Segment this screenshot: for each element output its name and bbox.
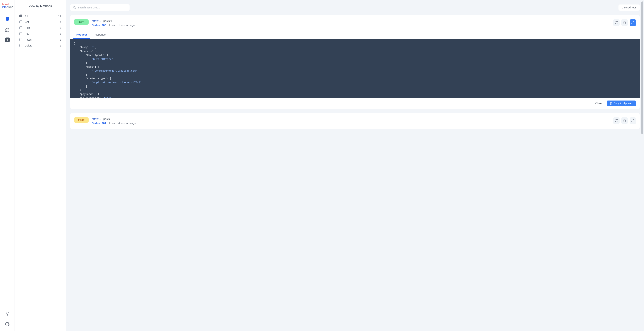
log-card-header: POSThttp://.../postsStatus: 201Local4 se… [70, 113, 640, 129]
filter-label: Put [24, 32, 29, 35]
filter-item-delete[interactable]: Delete2 [18, 42, 62, 48]
request-body-code: { "body": "", "headers": { "User-Agent":… [70, 39, 640, 98]
filter-count: 3 [60, 32, 61, 35]
age-text: 1 second ago [118, 23, 134, 26]
filter-item-post[interactable]: Post3 [18, 25, 62, 31]
tab-request[interactable]: Request [73, 31, 90, 39]
nav-add-icon[interactable] [5, 37, 10, 42]
base-url-link[interactable]: http://... [92, 117, 101, 120]
svg-point-2 [73, 6, 75, 8]
logs-container: GEThttp://.../posts/1Status: 200Local1 s… [66, 15, 644, 133]
icon-rail: laravel blanket [0, 0, 15, 331]
checkbox-icon [20, 44, 22, 47]
sidebar-title: View by Methods [18, 4, 62, 8]
filter-label: Post [24, 26, 30, 29]
method-badge: POST [74, 117, 88, 123]
github-icon[interactable] [4, 321, 11, 328]
origin-text: Local [109, 121, 116, 125]
search-box[interactable] [70, 4, 130, 11]
topbar: Clear All logs [66, 0, 644, 15]
svg-point-1 [7, 313, 8, 315]
log-card: POSThttp://.../postsStatus: 201Local4 se… [70, 113, 640, 129]
logo: laravel blanket [2, 3, 13, 9]
filter-count: 14 [58, 14, 61, 17]
base-url-link[interactable]: http://... [92, 19, 101, 22]
tab-response[interactable]: Response [90, 31, 109, 38]
filter-label: Get [24, 20, 29, 23]
method-filter-list: All14Get4Post3Put3Patch2Delete2 [18, 13, 62, 48]
filter-item-get[interactable]: Get4 [18, 19, 62, 25]
nav-database-icon[interactable] [4, 15, 11, 22]
expand-button[interactable] [630, 19, 636, 26]
checkbox-icon [20, 14, 22, 17]
url-path: /posts/1 [102, 19, 112, 22]
search-icon [73, 6, 76, 9]
retry-button[interactable] [613, 19, 620, 26]
checkbox-icon [20, 26, 22, 29]
scrollbar-thumb[interactable] [641, 1, 643, 134]
filter-label: Patch [24, 38, 32, 41]
close-button[interactable]: Close [592, 100, 604, 106]
log-card-header: GEThttp://.../posts/1Status: 200Local1 s… [70, 15, 640, 31]
method-badge: GET [74, 19, 88, 24]
filter-count: 4 [60, 20, 61, 23]
retry-button[interactable] [613, 117, 620, 124]
delete-button[interactable] [621, 19, 628, 26]
tabs: RequestResponse [70, 31, 640, 39]
url-path: /posts [102, 117, 110, 120]
filter-item-all[interactable]: All14 [18, 13, 62, 19]
nav-refresh-icon[interactable] [4, 26, 11, 33]
checkbox-icon [20, 32, 22, 35]
status-text: Status: 200 [92, 23, 106, 26]
svg-rect-3 [610, 102, 612, 104]
search-input[interactable] [78, 6, 127, 9]
logo-brand-bottom: blanket [2, 5, 13, 9]
age-text: 4 seconds ago [118, 121, 136, 125]
clear-logs-button[interactable]: Clear All logs [618, 4, 640, 10]
copy-clipboard-button[interactable]: Copy to clipboard [606, 100, 636, 106]
filter-count: 2 [60, 38, 61, 41]
origin-text: Local [109, 23, 116, 26]
checkbox-icon [20, 38, 22, 41]
filter-count: 2 [60, 44, 61, 47]
filter-item-put[interactable]: Put3 [18, 31, 62, 37]
filter-label: All [24, 14, 28, 17]
methods-sidebar: View by Methods All14Get4Post3Put3Patch2… [15, 0, 66, 331]
filter-item-patch[interactable]: Patch2 [18, 37, 62, 42]
delete-button[interactable] [621, 117, 628, 124]
main-content: Clear All logs GEThttp://.../posts/1Stat… [66, 0, 644, 331]
filter-count: 3 [60, 26, 61, 29]
filter-label: Delete [24, 44, 32, 47]
checkbox-icon [20, 20, 22, 23]
status-text: Status: 201 [92, 121, 106, 125]
log-card: GEThttp://.../posts/1Status: 200Local1 s… [70, 15, 640, 109]
theme-toggle-icon[interactable] [4, 310, 11, 317]
expand-button[interactable] [630, 117, 636, 124]
